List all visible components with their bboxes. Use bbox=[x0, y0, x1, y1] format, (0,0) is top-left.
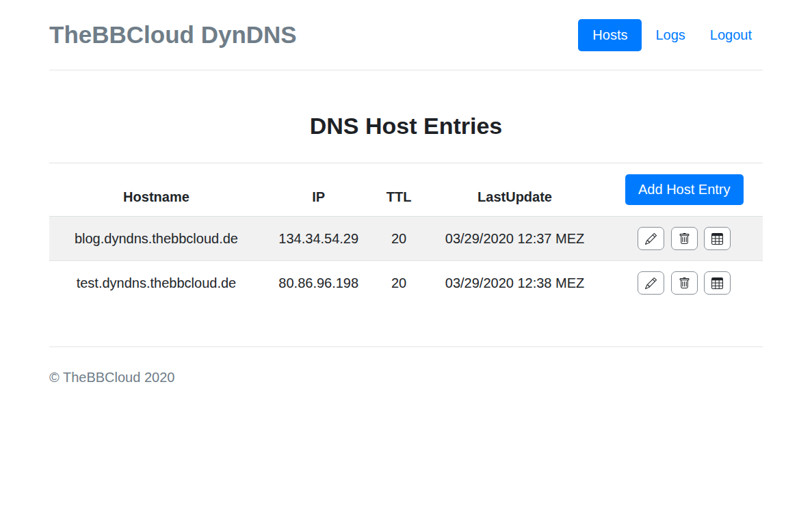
copyright-text: © TheBBCloud 2020 bbox=[49, 370, 174, 385]
edit-host-button[interactable] bbox=[638, 271, 664, 295]
column-header-hostname: Hostname bbox=[49, 163, 263, 217]
delete-host-button[interactable] bbox=[671, 227, 698, 250]
column-header-actions: Add Host Entry bbox=[606, 163, 763, 217]
page-container: TheBBCloud DynDNS Hosts Logs Logout DNS … bbox=[49, 0, 763, 385]
column-header-lastupdate: LastUpdate bbox=[424, 163, 606, 217]
footer: © TheBBCloud 2020 bbox=[49, 347, 763, 385]
ip-cell: 134.34.54.29 bbox=[263, 217, 374, 261]
nav-tab-logout[interactable]: Logout bbox=[699, 22, 763, 49]
main-content: DNS Host Entries Hostname IP TTL LastUpd… bbox=[49, 113, 763, 305]
host-log-table-button[interactable] bbox=[704, 271, 731, 295]
dns-host-entries-table: Hostname IP TTL LastUpdate Add Host Entr… bbox=[49, 163, 763, 305]
header: TheBBCloud DynDNS Hosts Logs Logout bbox=[49, 0, 763, 70]
actions-cell bbox=[606, 261, 763, 305]
delete-host-button[interactable] bbox=[671, 271, 698, 295]
ip-cell: 80.86.96.198 bbox=[263, 261, 374, 305]
add-host-entry-button[interactable]: Add Host Entry bbox=[625, 174, 744, 205]
ttl-cell: 20 bbox=[374, 217, 424, 261]
trash-icon bbox=[679, 233, 690, 245]
hostname-cell: blog.dyndns.thebbcloud.de bbox=[49, 217, 263, 261]
hostname-cell: test.dyndns.thebbcloud.de bbox=[49, 261, 263, 305]
column-header-ip: IP bbox=[263, 163, 374, 217]
table-icon bbox=[711, 277, 723, 289]
page-title: DNS Host Entries bbox=[49, 113, 763, 139]
app-title: TheBBCloud DynDNS bbox=[49, 18, 297, 52]
actions-cell bbox=[606, 217, 763, 261]
table-header-row: Hostname IP TTL LastUpdate Add Host Entr… bbox=[49, 163, 763, 217]
lastupdate-cell: 03/29/2020 12:38 MEZ bbox=[424, 261, 606, 305]
pencil-icon bbox=[645, 277, 657, 289]
host-log-table-button[interactable] bbox=[704, 227, 731, 250]
table-row: blog.dyndns.thebbcloud.de 134.34.54.29 2… bbox=[49, 217, 763, 261]
pencil-icon bbox=[645, 233, 657, 245]
trash-icon bbox=[679, 277, 690, 289]
column-header-ttl: TTL bbox=[374, 163, 424, 217]
table-icon bbox=[711, 233, 723, 245]
lastupdate-cell: 03/29/2020 12:37 MEZ bbox=[424, 217, 606, 261]
nav-tab-logs[interactable]: Logs bbox=[644, 22, 696, 49]
edit-host-button[interactable] bbox=[638, 227, 664, 250]
ttl-cell: 20 bbox=[374, 261, 424, 305]
table-row: test.dyndns.thebbcloud.de 80.86.96.198 2… bbox=[49, 261, 763, 305]
nav-tab-hosts[interactable]: Hosts bbox=[578, 19, 642, 51]
main-nav: Hosts Logs Logout bbox=[578, 19, 763, 51]
